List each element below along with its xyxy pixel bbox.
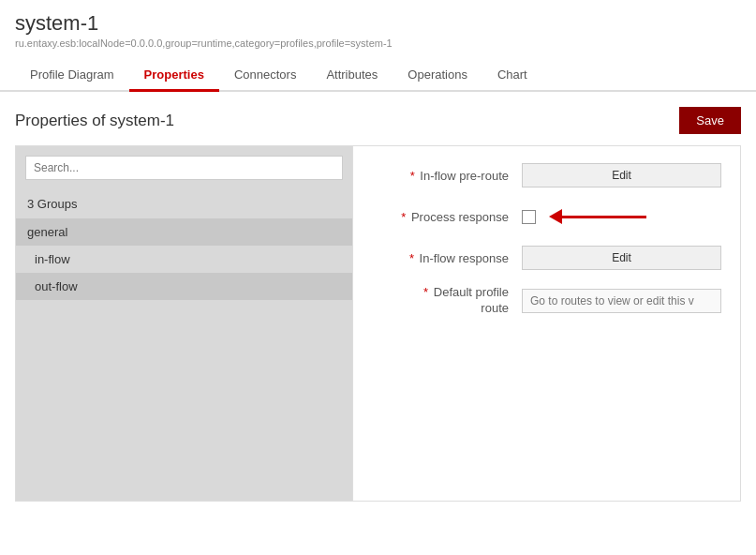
search-box — [16, 146, 352, 189]
edit-control-in-flow-pre-route: Edit — [522, 163, 721, 188]
tab-profile-diagram[interactable]: Profile Diagram — [15, 60, 129, 92]
field-in-flow-response: * In-flow response Edit — [372, 244, 721, 272]
checkbox-control-process-response — [522, 210, 721, 224]
field-process-response: * Process response — [372, 202, 721, 231]
required-star-3: * — [409, 251, 414, 265]
text-control-default-profile-route — [522, 289, 721, 313]
required-star-2: * — [401, 210, 406, 224]
arrow-head — [549, 209, 562, 224]
arrow-line — [562, 216, 646, 218]
groups-header: 3 Groups — [16, 189, 352, 218]
search-input[interactable] — [25, 156, 343, 180]
page-title: system-1 — [15, 11, 741, 36]
tab-properties[interactable]: Properties — [129, 60, 219, 92]
section-title: Properties of system-1 — [15, 112, 174, 130]
tab-operations[interactable]: Operations — [393, 60, 482, 92]
main-layout: 3 Groups general in-flow out-flow * In-f… — [15, 145, 741, 502]
field-in-flow-pre-route: * In-flow pre-route Edit — [372, 161, 721, 189]
edit-button-in-flow-response[interactable]: Edit — [522, 246, 721, 270]
tab-connectors[interactable]: Connectors — [219, 60, 311, 92]
field-label-in-flow-pre-route: * In-flow pre-route — [372, 169, 522, 183]
right-panel: * In-flow pre-route Edit * Process respo… — [353, 146, 740, 501]
breadcrumb: ru.entaxy.esb:localNode=0.0.0.0,group=ru… — [15, 38, 741, 49]
page-header: system-1 ru.entaxy.esb:localNode=0.0.0.0… — [0, 0, 756, 52]
field-label-default-profile-route: * Default profileroute — [372, 285, 522, 317]
sub-item-outflow[interactable]: out-flow — [16, 273, 352, 300]
required-star: * — [410, 169, 415, 183]
edit-button-in-flow-pre-route[interactable]: Edit — [522, 163, 721, 188]
field-label-process-response: * Process response — [372, 210, 522, 224]
process-response-checkbox[interactable] — [522, 210, 536, 224]
required-star-4: * — [423, 285, 428, 299]
section-header: Properties of system-1 Save — [15, 107, 741, 134]
save-button[interactable]: Save — [679, 107, 741, 134]
tab-attributes[interactable]: Attributes — [311, 60, 393, 92]
left-panel: 3 Groups general in-flow out-flow — [16, 146, 353, 501]
main-content: Properties of system-1 Save 3 Groups gen… — [0, 92, 756, 517]
tab-bar: Profile Diagram Properties Connectors At… — [0, 60, 756, 92]
field-default-profile-route: * Default profileroute — [372, 285, 721, 317]
sub-item-inflow[interactable]: in-flow — [16, 246, 352, 273]
group-item-general[interactable]: general — [16, 218, 352, 246]
edit-control-in-flow-response: Edit — [522, 246, 721, 270]
red-arrow-annotation — [550, 209, 646, 224]
tab-chart[interactable]: Chart — [482, 60, 542, 92]
field-label-in-flow-response: * In-flow response — [372, 251, 522, 265]
default-profile-route-input[interactable] — [522, 289, 721, 313]
